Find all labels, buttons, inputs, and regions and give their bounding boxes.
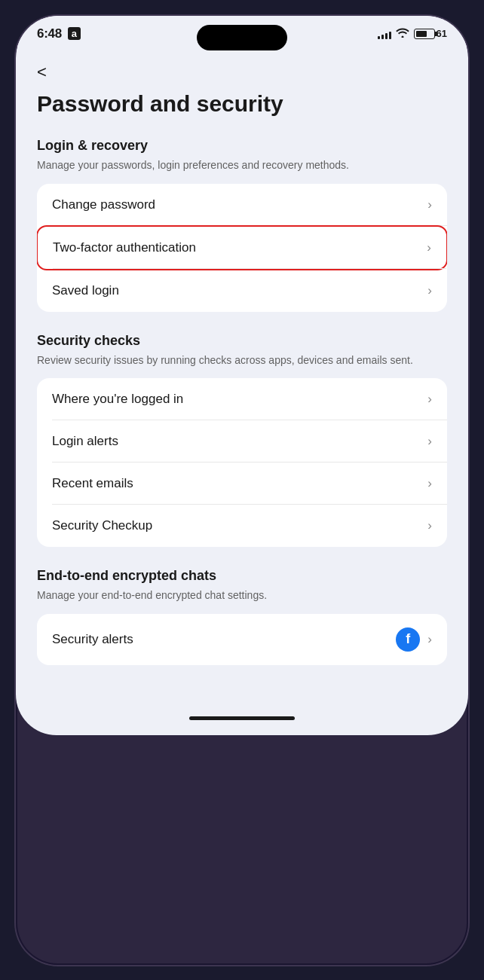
battery-percentage: 61 [437, 28, 447, 39]
status-indicator: a [68, 27, 81, 40]
back-button[interactable]: < [37, 63, 447, 82]
wifi-icon [396, 27, 409, 40]
change-password-label: Change password [52, 197, 155, 212]
recent-emails-chevron: › [427, 476, 432, 491]
security-alerts-item[interactable]: Security alerts f › [37, 614, 447, 665]
screen: 6:48 a [16, 16, 468, 735]
signal-bar-2 [381, 35, 384, 39]
saved-login-label: Saved login [52, 283, 119, 298]
section-login-recovery-title: Login & recovery [37, 138, 447, 154]
login-recovery-card-group: Change password › Two-factor authenticat… [37, 184, 447, 312]
facebook-icon: f [396, 627, 420, 652]
battery-icon: 61 [414, 28, 447, 39]
section-security-checks-title: Security checks [37, 333, 447, 349]
saved-login-chevron: › [427, 283, 432, 298]
where-logged-in-item[interactable]: Where you're logged in › [37, 378, 447, 420]
two-factor-auth-item[interactable]: Two-factor authentication › [37, 225, 447, 270]
section-security-checks: Security checks Review security issues b… [37, 333, 447, 548]
section-login-recovery: Login & recovery Manage your passwords, … [37, 138, 447, 312]
main-content: < Password and security Login & recovery… [16, 47, 468, 709]
security-alerts-row: Security alerts [52, 632, 133, 647]
recent-emails-item[interactable]: Recent emails › [37, 463, 447, 505]
login-alerts-label: Login alerts [52, 434, 118, 449]
recent-emails-label: Recent emails [52, 476, 133, 491]
where-logged-in-chevron: › [427, 392, 432, 407]
section-security-checks-desc: Review security issues by running checks… [37, 353, 447, 368]
signal-bar-1 [378, 36, 380, 39]
page-title: Password and security [37, 91, 447, 118]
two-factor-auth-label: Two-factor authentication [53, 240, 196, 255]
section-e2e-chats-title: End-to-end encrypted chats [37, 568, 447, 584]
section-e2e-chats-desc: Manage your end-to-end encrypted chat se… [37, 588, 447, 603]
where-logged-in-label: Where you're logged in [52, 392, 183, 407]
signal-bar-4 [389, 32, 391, 39]
signal-bar-3 [385, 33, 388, 39]
change-password-chevron: › [427, 197, 432, 212]
security-checkup-item[interactable]: Security Checkup › [37, 505, 447, 547]
back-chevron-icon: < [37, 63, 47, 82]
two-factor-auth-chevron: › [427, 240, 431, 255]
battery-fill [416, 31, 427, 37]
status-time: 6:48 [37, 26, 62, 41]
dynamic-island [197, 25, 287, 50]
fb-letter: f [406, 631, 410, 647]
section-login-recovery-desc: Manage your passwords, login preferences… [37, 158, 447, 173]
phone-shell: 6:48 a [16, 16, 468, 965]
status-icons: 61 [378, 27, 447, 40]
security-alerts-label: Security alerts [52, 632, 133, 647]
change-password-item[interactable]: Change password › [37, 184, 447, 226]
security-checks-card-group: Where you're logged in › Login alerts › … [37, 378, 447, 547]
saved-login-item[interactable]: Saved login › [37, 270, 447, 312]
security-checkup-label: Security Checkup [52, 518, 152, 533]
e2e-chats-card-group: Security alerts f › [37, 614, 447, 665]
section-e2e-chats: End-to-end encrypted chats Manage your e… [37, 568, 447, 665]
signal-bars-icon [378, 29, 391, 39]
security-checkup-chevron: › [427, 518, 432, 533]
login-alerts-chevron: › [427, 434, 432, 449]
battery-body [414, 29, 435, 39]
security-alerts-chevron: › [427, 632, 432, 647]
login-alerts-item[interactable]: Login alerts › [37, 420, 447, 463]
home-indicator [189, 716, 295, 720]
